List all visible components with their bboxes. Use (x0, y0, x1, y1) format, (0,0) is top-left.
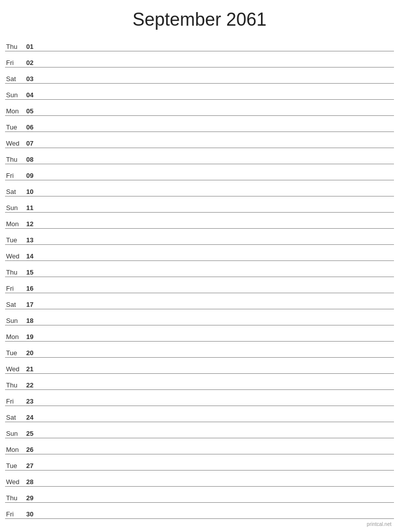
day-number: 13 (26, 237, 41, 243)
day-number: 24 (26, 414, 41, 421)
day-name: Thu (5, 495, 26, 501)
day-number: 11 (26, 205, 41, 211)
day-row: Thu08 (5, 148, 394, 164)
day-number: 22 (26, 382, 41, 388)
day-name: Tue (5, 237, 26, 243)
day-number: 15 (26, 269, 41, 276)
day-row: Fri23 (5, 390, 394, 406)
day-row: Sun04 (5, 84, 394, 100)
day-name: Fri (5, 285, 26, 292)
day-row: Tue13 (5, 229, 394, 245)
day-row: Wed14 (5, 245, 394, 261)
day-row: Sun18 (5, 309, 394, 325)
day-row: Wed28 (5, 471, 394, 487)
day-name: Thu (5, 382, 26, 388)
day-name: Tue (5, 462, 26, 469)
day-name: Fri (5, 59, 26, 66)
day-name: Mon (5, 334, 26, 340)
day-row: Sat10 (5, 180, 394, 196)
day-name: Thu (5, 156, 26, 163)
day-name: Sun (5, 92, 26, 98)
day-row: Mon19 (5, 325, 394, 342)
day-row: Tue06 (5, 116, 394, 132)
day-number: 09 (26, 172, 41, 179)
day-row: Sun11 (5, 196, 394, 213)
day-row: Thu22 (5, 374, 394, 390)
day-row: Tue27 (5, 454, 394, 471)
day-row: Thu15 (5, 261, 394, 277)
day-row: Thu29 (5, 487, 394, 503)
day-name: Wed (5, 479, 26, 485)
day-name: Mon (5, 108, 26, 114)
day-name: Tue (5, 350, 26, 356)
day-number: 18 (26, 317, 41, 324)
day-number: 21 (26, 366, 41, 372)
day-number: 16 (26, 285, 41, 292)
day-number: 25 (26, 430, 41, 437)
day-number: 17 (26, 301, 41, 308)
day-row: Thu01 (5, 35, 394, 51)
day-number: 08 (26, 156, 41, 163)
day-row: Sun25 (5, 422, 394, 438)
day-name: Sat (5, 301, 26, 308)
day-row: Wed07 (5, 132, 394, 148)
day-number: 14 (26, 253, 41, 259)
day-row: Mon26 (5, 438, 394, 454)
day-row: Fri09 (5, 164, 394, 180)
day-number: 12 (26, 221, 41, 227)
day-name: Mon (5, 221, 26, 227)
day-number: 04 (26, 92, 41, 98)
day-name: Wed (5, 366, 26, 372)
day-row: Tue20 (5, 342, 394, 358)
day-number: 06 (26, 124, 41, 130)
day-row: Mon05 (5, 100, 394, 116)
day-number: 23 (26, 398, 41, 405)
day-name: Wed (5, 253, 26, 259)
footer-label: printcal.net (367, 521, 391, 527)
day-name: Thu (5, 269, 26, 276)
day-number: 19 (26, 334, 41, 340)
day-row: Mon12 (5, 213, 394, 229)
day-number: 07 (26, 140, 41, 147)
day-name: Fri (5, 398, 26, 405)
day-number: 02 (26, 59, 41, 66)
day-name: Sun (5, 317, 26, 324)
day-number: 03 (26, 76, 41, 82)
day-row: Fri30 (5, 503, 394, 519)
day-name: Fri (5, 511, 26, 517)
day-number: 10 (26, 188, 41, 195)
day-name: Sun (5, 205, 26, 211)
day-name: Thu (5, 43, 26, 50)
day-name: Sat (5, 76, 26, 82)
day-name: Sun (5, 430, 26, 437)
day-name: Sat (5, 188, 26, 195)
page-title: September 2061 (0, 0, 399, 35)
day-number: 20 (26, 350, 41, 356)
day-row: Sat17 (5, 293, 394, 309)
day-number: 05 (26, 108, 41, 114)
day-number: 28 (26, 479, 41, 485)
day-number: 26 (26, 446, 41, 453)
day-row: Fri16 (5, 277, 394, 293)
day-number: 29 (26, 495, 41, 501)
day-name: Wed (5, 140, 26, 147)
day-number: 30 (26, 511, 41, 517)
day-row: Sat03 (5, 68, 394, 84)
day-row: Fri02 (5, 51, 394, 68)
day-number: 01 (26, 43, 41, 50)
calendar-container: Thu01Fri02Sat03Sun04Mon05Tue06Wed07Thu08… (0, 35, 399, 519)
day-name: Sat (5, 414, 26, 421)
day-row: Sat24 (5, 406, 394, 422)
day-name: Tue (5, 124, 26, 130)
day-name: Mon (5, 446, 26, 453)
day-number: 27 (26, 462, 41, 469)
day-row: Wed21 (5, 358, 394, 374)
day-name: Fri (5, 172, 26, 179)
